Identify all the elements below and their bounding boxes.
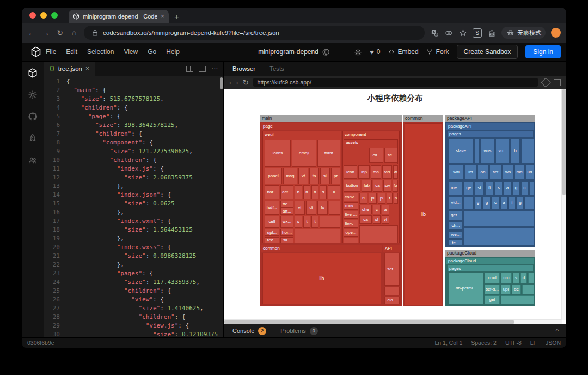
treemap-node-sc[interactable]: sc.. [384,148,397,163]
treemap-node-ch[interactable]: ch... [449,221,463,230]
treemap-node-d[interactable]: d [520,273,527,283]
treemap-node-w[interactable]: w [393,165,398,179]
treemap-node-art[interactable]: art... [280,208,293,215]
treemap-node-act[interactable]: act... [280,185,293,199]
code-line[interactable]: 6 "size": 398.3642578125, [44,121,223,130]
treemap-node-de[interactable]: de [512,285,521,294]
treemap-node-vi[interactable]: vi [382,215,389,224]
responsive-mode-icon[interactable] [541,77,550,87]
treemap-node-md[interactable]: md [514,165,524,180]
likes-counter[interactable]: ♥ 0 [370,48,380,56]
code-line[interactable]: 25 "children": { [44,287,223,295]
treemap-node-a[interactable]: a [500,196,507,209]
preview-url-input[interactable]: https://kufc9.csb.app/ [253,78,538,87]
treemap-node-packageCloud[interactable]: packageCloud [445,250,535,257]
console-tab[interactable]: Console 2 [232,327,266,335]
console-collapse-icon[interactable]: ^ [556,328,559,334]
treemap-node-cell[interactable]: cell [265,216,279,228]
treemap-node-fre[interactable]: fre... [280,201,293,208]
treemap-node-page[interactable]: page [261,123,401,130]
code-line[interactable]: 13 }, [44,182,223,191]
code-line[interactable]: 21 "size": 0.0986328125 [44,252,223,261]
treemap-node-i[interactable]: i [509,196,516,209]
treemap-node-si[interactable]: si [320,168,330,184]
treemap-node[interactable] [359,225,398,243]
treemap-node-get[interactable]: get... [449,210,463,220]
code-line[interactable]: 4 "children": { [44,104,223,112]
code-line[interactable]: 16 }, [44,208,223,217]
treemap-node-im[interactable]: im [465,165,476,180]
treemap-node[interactable] [464,196,473,209]
treemap-node-hor[interactable]: hor... [280,229,293,236]
treemap-node-n[interactable]: n [311,185,318,199]
treemap-node-ca[interactable]: ca [373,180,382,192]
menu-item-selection[interactable]: Selection [87,48,114,56]
treemap-node-crud[interactable]: crud [485,273,500,283]
treemap-node[interactable] [501,295,534,304]
treemap-node-clo[interactable]: clo... [384,297,400,304]
codesandbox-logo-icon[interactable] [30,46,41,57]
code-line[interactable]: 28 "children": { [44,313,223,322]
treemap-node[interactable] [384,287,400,295]
editor-scrollbar[interactable] [220,77,223,89]
github-icon[interactable] [28,112,38,122]
treemap-node-vt[interactable]: vt [298,168,308,184]
treemap-node-ope[interactable]: ope... [344,229,358,237]
preview-forward-icon[interactable]: › [236,78,238,87]
treemap-node-lab[interactable]: lab [362,180,372,192]
treemap-node-API[interactable]: API [383,245,401,252]
treemap-node-form[interactable]: form [317,140,340,167]
treemap-node-we[interactable]: we... [449,231,463,239]
browser-tab[interactable]: miniprogram-depend - CodeS × [69,10,169,23]
treemap-node-emoji[interactable]: emoji [292,140,316,167]
menu-item-file[interactable]: File [46,48,56,56]
treemap-node-live[interactable]: live-... [344,211,358,219]
treemap-node-ta[interactable]: ta [309,168,319,184]
preview-horizontal-scrollbar[interactable] [224,319,562,324]
incognito-badge[interactable]: 无痕模式 [501,27,546,39]
treemap-node-fo[interactable]: fo [317,201,328,215]
code-line[interactable]: 27 "size": 1.4140625, [44,304,223,313]
extensions-puzzle-icon[interactable] [487,28,496,37]
code-line[interactable]: 15 "size": 0.0625 [44,199,223,208]
treemap-node-di[interactable]: di [306,201,316,215]
treemap-node-vid[interactable]: vid... [449,196,463,209]
treemap-node-t[interactable]: t [311,216,318,228]
treemap-node-che[interactable]: che [359,205,372,214]
treemap-node-ma[interactable]: ma [371,165,381,179]
treemap-node-ri[interactable]: ri [359,193,367,204]
treemap-node-vo[interactable]: vo... [495,138,510,164]
treemap-node[interactable] [464,210,534,227]
menu-item-help[interactable]: Help [166,48,180,56]
code-line[interactable]: 23 "pages": { [44,269,223,278]
sign-in-button[interactable]: Sign in [525,45,561,58]
preview-vertical-scrollbar[interactable] [561,89,566,320]
treemap-node-common[interactable]: common [261,245,382,252]
treemap-node-li[interactable]: li [328,185,340,199]
status-item[interactable]: JSON [546,340,561,346]
treemap-node-b[interactable]: b [295,185,302,199]
treemap-node-a[interactable]: a [504,181,511,195]
project-title[interactable]: miniprogram-depend [258,48,318,56]
code-line[interactable]: 7 "children": { [44,130,223,138]
code-line[interactable]: 20 "index.wxss": { [44,243,223,252]
problems-tab[interactable]: Problems 0 [280,327,317,335]
treemap-node-vi[interactable]: vi [295,201,305,215]
treemap-node-vid[interactable]: vid [382,165,392,179]
treemap-node-wxs[interactable]: wxs [481,138,494,164]
fullscreen-window-button[interactable] [51,12,58,19]
treemap-node-fo[interactable]: fo [393,180,398,192]
code-line[interactable]: 5 "page": { [44,112,223,121]
treemap-node-upl[interactable]: upl... [265,229,279,236]
home-icon[interactable]: ⌂ [70,28,78,37]
s-extension-icon[interactable]: S [473,28,482,38]
code-editor[interactable]: 1{2 "main": {3 "size": 515.6767578125,4 … [44,76,223,337]
treemap-node-n[interactable]: n [394,193,398,204]
code-line[interactable]: 24 "size": 117.43359375, [44,278,223,287]
treemap-node-pi[interactable]: pi [369,193,377,204]
settings-gear-icon[interactable] [28,90,38,100]
close-window-button[interactable] [29,12,36,19]
profile-avatar[interactable] [551,28,561,38]
reload-icon[interactable]: ↻ [56,28,64,37]
treemap-node[interactable] [474,138,480,164]
